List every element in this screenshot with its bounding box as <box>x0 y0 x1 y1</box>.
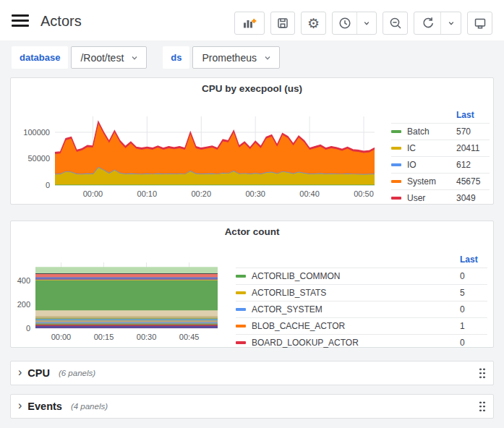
legend-row: ACTORLIB_COMMON0 <box>236 268 487 284</box>
tv-monitor-icon <box>473 16 487 30</box>
row-collapse-chevron-icon <box>18 366 22 379</box>
legend-series-last-value: 0 <box>460 304 487 314</box>
variable-select-ds[interactable]: Prometheus <box>192 46 279 69</box>
legend-series-label[interactable]: BLOB_CACHE_ACTOR <box>252 321 345 331</box>
zoom-out-icon <box>388 16 403 30</box>
legend-row: BLOB_CACHE_ACTOR1 <box>236 317 487 334</box>
save-icon <box>276 16 290 30</box>
save-dashboard-button[interactable] <box>270 12 295 35</box>
panel-cpu-by-execpool: CPU by execpool (us) 05000010000000:0000… <box>10 77 494 205</box>
legend-series-label[interactable]: IC <box>407 143 416 153</box>
legend-row: IO612 <box>391 156 490 173</box>
legend-series-swatch <box>236 341 246 344</box>
variable-value-ds: Prometheus <box>202 52 256 64</box>
dashboard-variables: database /Root/test ds Prometheus <box>12 46 280 69</box>
legend-rows: ACTORLIB_COMMON0ACTORLIB_STATS5ACTOR_SYS… <box>236 268 487 351</box>
svg-text:400: 400 <box>17 276 30 285</box>
legend-row: IC20411 <box>391 140 490 156</box>
refresh-split-button <box>414 12 461 35</box>
legend-row: ACTOR_SYSTEM0 <box>236 301 487 317</box>
svg-text:200: 200 <box>17 300 30 309</box>
svg-text:00:30: 00:30 <box>137 333 157 341</box>
svg-text:0: 0 <box>46 181 50 189</box>
svg-text:00:20: 00:20 <box>192 189 212 198</box>
legend-series-last-value: 570 <box>456 127 490 137</box>
legend-series-label[interactable]: User <box>407 193 425 203</box>
legend-series-swatch <box>391 180 401 183</box>
legend-series-last-value: 45675 <box>456 176 490 187</box>
variable-label-database: database <box>12 46 68 69</box>
legend-series-last-value: 1 <box>460 321 487 331</box>
variable-select-database[interactable]: /Root/test <box>71 46 147 69</box>
legend-series-label[interactable]: ACTORLIB_STATS <box>252 288 326 298</box>
legend-series-swatch <box>236 291 246 294</box>
refresh-interval-chevron-icon[interactable] <box>440 12 461 34</box>
svg-text:00:45: 00:45 <box>179 333 200 341</box>
refresh-icon[interactable] <box>414 12 440 34</box>
legend-series-label[interactable]: System <box>407 176 436 187</box>
menu-icon[interactable] <box>12 14 29 27</box>
svg-text:100000: 100000 <box>23 128 50 137</box>
legend-series-label[interactable]: ACTORLIB_COMMON <box>252 271 340 281</box>
row-panel-count: (6 panels) <box>59 369 95 377</box>
legend-series-swatch <box>391 197 401 200</box>
variable-label-ds: ds <box>163 46 189 69</box>
legend-header-last[interactable]: Last <box>456 110 490 120</box>
legend-rows: Batch570IC20411IO612System45675User3049 <box>391 123 490 206</box>
drag-handle-icon[interactable] <box>479 367 486 379</box>
chevron-down-icon <box>263 54 272 62</box>
grafana-dashboard: Actors ⚙ <box>0 0 504 428</box>
row-collapse-chevron-icon <box>18 399 22 412</box>
chevron-down-icon <box>356 12 376 34</box>
cycle-view-mode-button[interactable] <box>467 12 492 35</box>
legend-series-last-value: 5 <box>460 288 487 298</box>
dashboard-settings-button[interactable]: ⚙ <box>301 12 326 35</box>
legend-series-swatch <box>391 130 401 133</box>
bar-chart-plus-icon <box>242 16 257 30</box>
legend-cpu-execpool: Last Batch570IC20411IO612System45675User… <box>391 107 490 206</box>
legend-series-label[interactable]: ACTOR_SYSTEM <box>252 304 323 314</box>
legend-header: Last <box>236 252 487 268</box>
add-panel-button[interactable] <box>234 12 265 35</box>
legend-series-label[interactable]: IO <box>407 160 417 170</box>
legend-series-last-value: 0 <box>460 338 487 348</box>
variable-value-database: /Root/test <box>80 52 124 64</box>
svg-text:00:15: 00:15 <box>94 333 114 341</box>
gear-icon: ⚙ <box>307 17 320 30</box>
legend-series-swatch <box>236 308 246 311</box>
row-panel-count: (4 panels) <box>71 402 108 411</box>
svg-text:00:40: 00:40 <box>299 189 320 198</box>
row-title: CPU <box>27 367 50 379</box>
legend-series-swatch <box>236 325 246 328</box>
legend-series-swatch <box>236 275 246 278</box>
svg-text:00:30: 00:30 <box>245 189 265 198</box>
legend-series-swatch <box>391 163 401 166</box>
top-navbar: Actors ⚙ <box>0 0 504 40</box>
legend-series-label[interactable]: Batch <box>407 127 430 137</box>
legend-series-last-value: 3049 <box>456 193 490 203</box>
legend-series-swatch <box>391 147 401 150</box>
dashboard-row-cpu[interactable]: CPU (6 panels) <box>10 361 494 385</box>
legend-actor-count: Last ACTORLIB_COMMON0ACTORLIB_STATS5ACTO… <box>236 252 487 351</box>
legend-row: BOARD_LOOKUP_ACTOR0 <box>236 334 487 351</box>
clock-icon <box>333 12 356 34</box>
svg-text:50000: 50000 <box>27 154 50 163</box>
legend-series-last-value: 612 <box>456 160 490 170</box>
svg-text:00:50: 00:50 <box>354 189 374 198</box>
svg-text:00:00: 00:00 <box>51 333 72 341</box>
zoom-out-button[interactable] <box>383 12 408 35</box>
legend-header-last[interactable]: Last <box>460 254 487 265</box>
dashboard-row-events[interactable]: Events (4 panels) <box>10 394 494 419</box>
time-range-picker-button[interactable] <box>332 12 377 35</box>
drag-handle-icon[interactable] <box>479 401 486 412</box>
toolbar: ⚙ <box>234 12 492 35</box>
legend-row: System45675 <box>391 173 490 189</box>
legend-series-label[interactable]: BOARD_LOOKUP_ACTOR <box>252 338 359 348</box>
chevron-down-icon <box>130 54 139 62</box>
legend-series-last-value: 20411 <box>456 143 490 153</box>
legend-header: Last <box>391 107 490 123</box>
svg-text:0: 0 <box>26 324 30 333</box>
legend-row: ACTORLIB_STATS5 <box>236 284 487 301</box>
legend-row: User3049 <box>391 189 490 206</box>
svg-text:00:00: 00:00 <box>83 189 103 198</box>
